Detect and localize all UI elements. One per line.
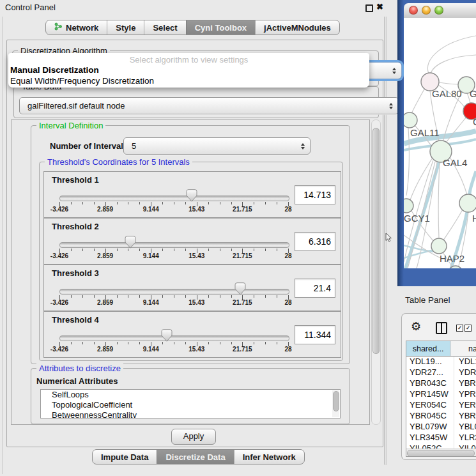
float-window-icon[interactable] <box>365 4 373 12</box>
tab-label: Network <box>66 23 98 33</box>
list-scrollbar[interactable] <box>332 390 339 417</box>
tab-select[interactable]: Select <box>144 20 185 35</box>
column-header-shared-name[interactable]: shared... <box>406 341 450 356</box>
table-row[interactable]: YDL19...YDL1 <box>406 357 476 367</box>
checkbox-icon[interactable]: ✓ <box>464 325 472 332</box>
minimize-traffic-light-icon[interactable] <box>422 6 431 15</box>
attribute-list-item[interactable]: SelfLoops <box>41 390 340 400</box>
network-node-hap2[interactable] <box>431 238 447 254</box>
table-row[interactable]: YBR045CYBR0 <box>406 411 476 422</box>
gear-icon[interactable]: ⚙ <box>411 319 421 334</box>
numerical-attributes-list[interactable]: SelfLoopsTopologicalCoefficientBetweenne… <box>40 389 341 418</box>
slider-track[interactable] <box>59 196 289 201</box>
tick-mark <box>94 249 95 251</box>
network-node-gal11[interactable] <box>404 112 417 128</box>
tick-mark <box>139 295 140 298</box>
threshold-label: Threshold 3 <box>52 268 99 278</box>
tick-mark <box>254 342 254 344</box>
slider-thumb[interactable] <box>161 329 173 342</box>
threshold-value-field[interactable] <box>295 279 335 298</box>
slider-thumb[interactable] <box>125 236 136 249</box>
tick-mark <box>128 342 128 344</box>
cell-shared-name: YBL079W <box>406 422 454 433</box>
table-row[interactable]: YPR145WYPR1 <box>406 389 476 400</box>
tab-impute-data[interactable]: Impute Data <box>93 450 157 464</box>
tick-mark <box>231 295 232 298</box>
tab-network[interactable]: Network <box>46 20 107 35</box>
tick-mark <box>139 342 140 344</box>
settings-vertical-scrollbar[interactable] <box>371 119 381 425</box>
number-of-intervals-combobox[interactable]: 5 <box>123 137 311 155</box>
tick-mark <box>174 249 174 251</box>
tick-label: -3.426 <box>50 299 68 306</box>
split-column-icon[interactable] <box>436 322 447 334</box>
close-icon[interactable]: ✖ <box>376 2 383 12</box>
tick-mark <box>277 249 277 251</box>
tick-mark <box>82 249 83 251</box>
cell-shared-name: YDL19... <box>406 357 454 367</box>
attributes-group-label: Attributes to discretize <box>36 364 123 373</box>
slider-track[interactable] <box>59 335 289 341</box>
table-panel: ⚙ ✓ ✓ shared... na YDL19...YDL1YDR27...Y… <box>401 313 476 460</box>
slider-track[interactable] <box>59 289 289 295</box>
popup-placeholder: Select algorithm to view settings <box>8 53 369 65</box>
tab-cyni-toolbox[interactable]: Cyni Toolbox <box>186 20 255 35</box>
network-canvas[interactable]: GAL80GACGAL11GAL4GCY1HHAP2 <box>404 18 476 268</box>
close-traffic-light-icon[interactable] <box>409 6 418 15</box>
tab-jactivemnodules[interactable]: jActiveMNodules <box>255 20 339 35</box>
tick-mark <box>231 342 232 344</box>
number-of-intervals-value: 5 <box>132 141 136 151</box>
slider-thumb[interactable] <box>186 189 197 202</box>
attribute-list-item[interactable]: BetweennessCentrality <box>41 410 340 418</box>
apply-button[interactable]: Apply <box>171 429 216 445</box>
slider-thumb[interactable] <box>234 282 246 295</box>
node-label: GAL11 <box>410 127 440 138</box>
table-data-combobox[interactable]: galFiltered.sif default node <box>19 97 399 114</box>
node-label: C <box>473 116 476 127</box>
tab-style[interactable]: Style <box>107 20 144 35</box>
table-header-row: shared... na <box>406 341 476 357</box>
cell-shared-name: YDR27... <box>406 367 454 378</box>
tick-mark <box>185 249 186 251</box>
main-tab-bar: NetworkStyleSelectCyni ToolboxjActiveMNo… <box>45 20 340 35</box>
tick-label: 2.859 <box>97 252 113 259</box>
network-node-gcy1[interactable] <box>404 199 413 213</box>
table-row[interactable]: YBR043CYBR0 <box>406 378 476 389</box>
cell-name: YBR0 <box>454 411 476 422</box>
tick-mark <box>208 202 209 204</box>
cell-name: YBR0 <box>454 378 476 389</box>
zoom-traffic-light-icon[interactable] <box>434 6 443 15</box>
combo-stepper-icon <box>392 68 396 74</box>
attribute-list-item[interactable]: TopologicalCoefficient <box>41 400 340 410</box>
tab-discretize-data[interactable]: Discretize Data <box>157 450 233 464</box>
tick-label: 2.859 <box>97 346 113 353</box>
tick-label: 21.715 <box>233 346 252 353</box>
tick-label: 9.144 <box>143 252 159 259</box>
column-header-name[interactable]: na <box>450 341 476 356</box>
tick-mark <box>117 249 118 251</box>
checkbox-icon[interactable]: ✓ <box>456 325 463 332</box>
tick-label: -3.426 <box>50 346 68 353</box>
network-window-titlebar[interactable] <box>404 3 476 19</box>
combo-stepper-icon <box>389 103 393 109</box>
threshold-value-field[interactable] <box>295 232 335 251</box>
table-row[interactable]: YDR27...YDR2 <box>406 367 476 378</box>
network-node-h[interactable] <box>459 194 476 212</box>
tab-infer-network[interactable]: Infer Network <box>234 450 304 464</box>
node-table: shared... na YDL19...YDL1YDR27...YDR2YBR… <box>406 341 476 457</box>
threshold-value-field[interactable] <box>295 185 335 204</box>
table-horizontal-scrollbar[interactable] <box>406 449 476 457</box>
network-window-frame: GAL80GACGAL11GAL4GCY1HHAP2 <box>397 0 476 286</box>
tick-mark <box>94 295 95 298</box>
table-row[interactable]: YLR345WYLR3 <box>406 433 476 443</box>
table-row[interactable]: YER054CYER0 <box>406 400 476 411</box>
popup-option-equal-width-frequency[interactable]: Equal Width/Frequency Discretization <box>8 75 369 86</box>
tick-mark <box>174 202 174 204</box>
threshold-value-field[interactable] <box>295 325 335 344</box>
tick-label: 15.43 <box>188 299 204 306</box>
tick-mark <box>220 295 220 298</box>
table-data-combobox-value: galFiltered.sif default node <box>27 101 125 111</box>
table-row[interactable]: YBL079WYBL0 <box>406 422 476 433</box>
popup-option-manual-discretization[interactable]: Manual Discretization <box>8 65 369 75</box>
slider-track[interactable] <box>59 242 289 248</box>
